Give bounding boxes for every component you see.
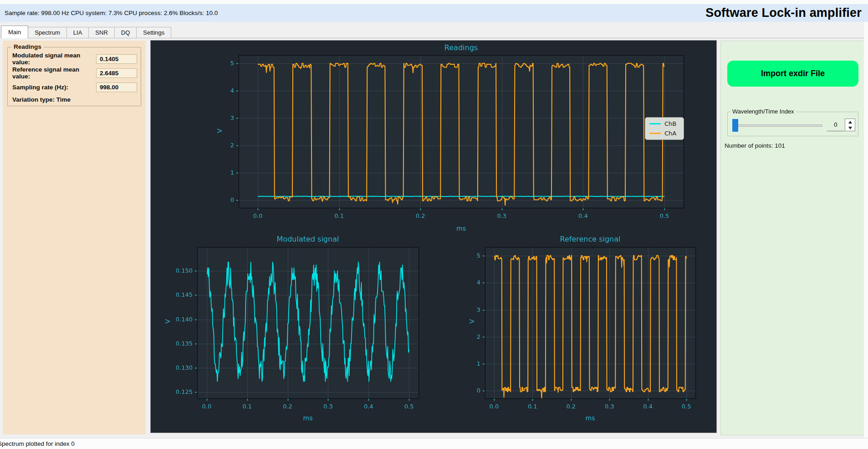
window-right-edge (864, 22, 868, 438)
main-tab-page: Readings Modulated signal mean value: 0.… (1, 38, 866, 437)
y-tick-label: 1 (452, 360, 480, 367)
y-tick-label: 0.140 (164, 316, 193, 323)
x-tick-label: 0.1 (521, 403, 544, 410)
reference-y-axis-label: V (468, 319, 475, 324)
wavelength-index-group-title: Wavelength/Time Index (730, 108, 796, 115)
x-tick-label: 0.4 (637, 403, 659, 410)
y-tick-label: 2 (452, 333, 480, 340)
variation-type-label: Variation type: Time (12, 96, 137, 103)
cha-line-swatch (649, 133, 661, 134)
tab-spectrum[interactable]: Spectrum (28, 27, 67, 38)
x-tick-label: 0.4 (572, 212, 594, 219)
index-slider-handle[interactable] (732, 119, 738, 132)
y-tick-label: 5 (206, 60, 234, 67)
tab-main[interactable]: Main (1, 26, 28, 38)
sampling-rate-row: Sampling rate (Hz): 998.00 (12, 82, 137, 92)
modulated-mean-label: Modulated signal mean value: (12, 52, 96, 66)
y-tick-label: 0 (206, 196, 234, 203)
status-text: Spectrum plotted for index 0 (0, 440, 75, 447)
legend-entry-chb: ChB (649, 120, 680, 127)
y-tick-label: 0.150 (164, 267, 193, 274)
y-tick-label: 1 (206, 169, 234, 176)
y-tick-label: 2 (206, 142, 234, 149)
x-tick-label: 0.4 (357, 403, 380, 410)
plots-panel: Readings Modulated signal Reference sign… (150, 40, 717, 433)
sample-rate-stats: Sample rate: 998.00 Hz CPU system: 7.3% … (5, 10, 218, 16)
reference-mean-field[interactable]: 2.6485 (96, 68, 137, 78)
y-tick-label: 0.135 (164, 340, 193, 347)
spin-down-button[interactable] (845, 125, 855, 131)
readings-panel: Readings Modulated signal mean value: 0.… (3, 41, 146, 434)
x-tick-label: 0.2 (409, 212, 432, 219)
reference-mean-row: Reference signal mean value: 2.6485 (12, 68, 137, 78)
spin-up-icon (848, 121, 852, 124)
chart-legend: ChB ChA (645, 117, 684, 140)
y-tick-label: 0.125 (164, 388, 193, 395)
index-spinbox-value[interactable]: 0 (827, 119, 844, 131)
x-tick-label: 0.0 (195, 403, 218, 410)
y-tick-label: 5 (452, 252, 480, 259)
y-tick-label: 3 (206, 114, 234, 121)
x-tick-label: 0.3 (317, 403, 339, 410)
readings-group-title: Readings (11, 43, 44, 50)
y-tick-label: 0.130 (164, 364, 193, 371)
index-spinbox-buttons (845, 119, 855, 131)
modulated-mean-row: Modulated signal mean value: 0.1405 (12, 54, 137, 64)
index-slider-groove[interactable] (733, 124, 822, 127)
x-tick-label: 0.1 (328, 212, 351, 219)
x-tick-label: 0.2 (560, 403, 582, 410)
number-of-points-label: Number of points: 101 (725, 142, 785, 149)
chb-line-swatch (649, 123, 661, 124)
cha-legend-label: ChA (664, 130, 676, 137)
x-tick-label: 0.0 (246, 212, 269, 219)
sampling-rate-label: Sampling rate (Hz): (12, 84, 96, 91)
info-bar: Sample rate: 998.00 Hz CPU system: 7.3% … (0, 4, 868, 22)
variation-type-row: Variation type: Time (12, 94, 137, 104)
x-tick-label: 0.5 (675, 403, 698, 410)
y-tick-label: 0 (452, 387, 480, 394)
side-panel: Import exdir File Wavelength/Time Index … (720, 41, 865, 435)
x-tick-label: 0.5 (653, 212, 676, 219)
readings-y-axis-label: V (216, 129, 223, 133)
modulated-chart-title: Modulated signal (197, 235, 419, 243)
import-exdir-button[interactable]: Import exdir File (727, 61, 858, 87)
reference-x-axis-label: ms (485, 414, 695, 422)
legend-entry-cha: ChA (649, 130, 680, 137)
y-tick-label: 0.145 (164, 291, 193, 298)
spin-down-icon (848, 127, 852, 129)
status-bar: Spectrum plotted for index 0 (0, 438, 868, 449)
x-tick-label: 0.5 (398, 403, 420, 410)
sampling-rate-field[interactable]: 998.00 (96, 83, 137, 92)
chb-legend-label: ChB (664, 120, 676, 127)
y-tick-label: 3 (452, 306, 480, 313)
reference-chart-title: Reference signal (485, 235, 695, 243)
x-tick-label: 0.0 (483, 403, 505, 410)
window-top-strip (0, 0, 868, 4)
x-tick-label: 0.3 (490, 212, 513, 219)
tab-dq[interactable]: DQ (115, 27, 137, 38)
tab-lia[interactable]: LIA (67, 27, 89, 38)
reference-mean-label: Reference signal mean value: (12, 66, 96, 80)
x-tick-label: 0.2 (276, 403, 299, 410)
app-window: Sample rate: 998.00 Hz CPU system: 7.3% … (0, 0, 868, 449)
modulated-mean-field[interactable]: 0.1405 (96, 54, 137, 64)
spin-up-button[interactable] (845, 119, 855, 125)
y-tick-label: 4 (452, 279, 480, 286)
tab-bar: Main Spectrum LIA SNR DQ Settings (1, 26, 171, 38)
wavelength-index-groupbox: Wavelength/Time Index 0 (727, 112, 858, 136)
x-tick-label: 0.1 (236, 403, 259, 410)
app-title: Software Lock-in amplifier (705, 6, 862, 20)
readings-chart-title: Readings (239, 43, 684, 52)
tab-settings[interactable]: Settings (137, 27, 171, 38)
tab-snr[interactable]: SNR (89, 27, 114, 38)
readings-groupbox: Readings Modulated signal mean value: 0.… (7, 47, 141, 106)
x-tick-label: 0.3 (598, 403, 621, 410)
modulated-x-axis-label: ms (197, 414, 419, 422)
y-tick-label: 4 (206, 87, 234, 94)
readings-x-axis-label: ms (239, 225, 684, 232)
